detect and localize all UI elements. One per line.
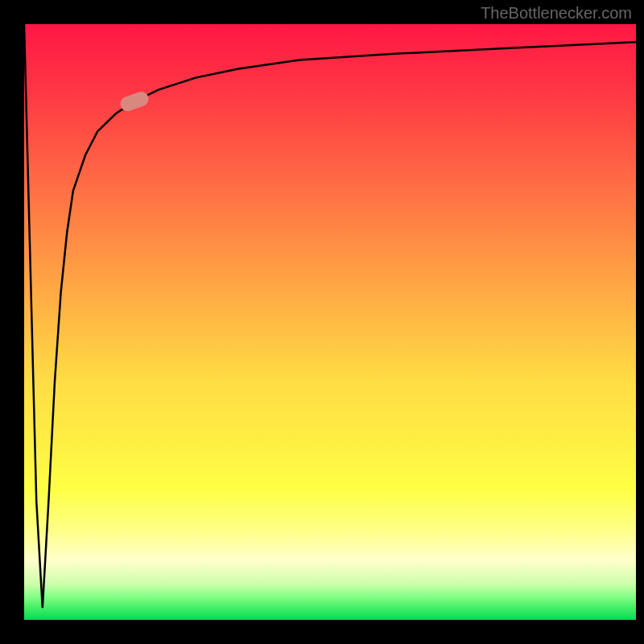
watermark-text: TheBottlenecker.com — [481, 4, 632, 23]
chart-plot-area — [24, 24, 636, 620]
chart-left-border — [0, 24, 24, 620]
chart-bottom-border — [0, 620, 644, 644]
chart-right-border — [636, 24, 644, 620]
bottleneck-curve — [24, 24, 636, 620]
